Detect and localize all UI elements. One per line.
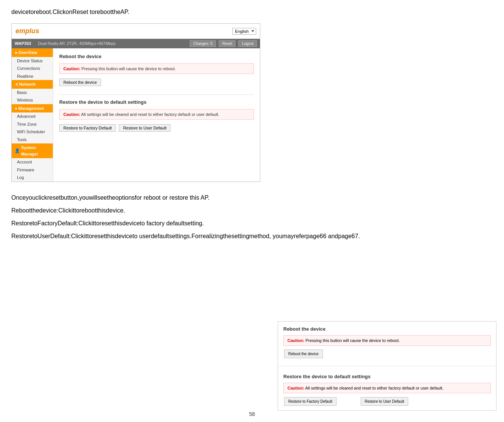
reboot-section-title: Reboot the device — [59, 53, 254, 60]
restore-buttons: Restore to Factory Default Restore to Us… — [59, 123, 254, 136]
sidebar-item-wifi-scheduler[interactable]: WiFi Scheduler — [12, 128, 53, 136]
bottom-screenshot: Reboot the device Caution: Pressing this… — [278, 321, 496, 411]
router-sidebar: ● OverView Device Status Connections Rea… — [12, 48, 53, 182]
restore-caution-label: Caution: — [63, 112, 80, 117]
sidebar-header-network[interactable]: ≺ Network — [12, 80, 53, 89]
body-para-1: Onceyouclickresetbutton,youwillseetheopt… — [11, 193, 493, 202]
section-divider-1 — [59, 94, 254, 95]
page-content: devicetoreboot.ClickonReset toreboottheA… — [0, 0, 504, 267]
bottom-reboot-title: Reboot the device — [283, 325, 491, 333]
sidebar-item-tools[interactable]: Tools — [12, 136, 53, 144]
network-icon: ≺ — [15, 81, 18, 88]
bottom-factory-btn[interactable]: Restore to Factory Default — [284, 397, 337, 406]
sidebar-header-management[interactable]: ● Management — [12, 104, 53, 113]
reset-btn[interactable]: Reset — [219, 40, 235, 47]
system-label: System Manager — [21, 145, 50, 157]
reboot-caution-label: Caution: — [63, 66, 80, 71]
bottom-restore-title: Restore the device to default settings — [283, 373, 491, 380]
page-number: 58 — [249, 410, 255, 418]
sidebar-item-account[interactable]: Account — [12, 158, 53, 166]
sidebar-item-timezone[interactable]: Time Zone — [12, 120, 53, 128]
bottom-divider — [278, 366, 496, 366]
bottom-reboot-caution-label: Caution: — [287, 338, 304, 343]
router-body: ● OverView Device Status Connections Rea… — [12, 48, 260, 182]
sidebar-header-overview[interactable]: ● OverView — [12, 48, 53, 57]
bottom-restore-buttons: Restore to Factory Default Restore to Us… — [283, 396, 491, 407]
router-ui-screenshot: emplus English WAP353 Dual Radio AP, 2T2… — [11, 23, 260, 182]
router-nav-bar: WAP353 Dual Radio AP, 2T2R, 400Mbps+867M… — [12, 39, 260, 48]
sidebar-item-device-status[interactable]: Device Status — [12, 57, 53, 65]
bottom-reboot-section: Reboot the device Caution: Pressing this… — [278, 322, 496, 363]
overview-label: OverView — [18, 49, 37, 56]
sidebar-item-realtime[interactable]: Realtime — [12, 72, 53, 80]
router-header-top: emplus English — [12, 24, 260, 39]
sidebar-item-basic[interactable]: Basic — [12, 89, 53, 97]
management-label: Management — [18, 105, 44, 112]
body-para-2: Rebootthedevice:Clickittorebootthisdevic… — [11, 206, 493, 215]
bottom-reboot-caution-text: Pressing this button will cause the devi… — [306, 338, 400, 343]
body-para-4: RestoretoUserDefault:Clickittoresetthisd… — [11, 232, 493, 241]
sidebar-item-log[interactable]: Log — [12, 174, 53, 182]
reboot-caution-box: Caution: Pressing this button will cause… — [59, 63, 254, 74]
sidebar-item-advanced[interactable]: Advanced — [12, 112, 53, 120]
router-logo: emplus — [15, 26, 39, 36]
sidebar-item-wireless[interactable]: Wireless — [12, 96, 53, 104]
factory-default-btn[interactable]: Restore to Factory Default — [59, 124, 116, 132]
system-icon: 👤 — [15, 148, 20, 154]
body-para-3: RestoretoFactoryDefault:Clickittoresetth… — [11, 219, 493, 228]
router-main: Reboot the device Caution: Pressing this… — [53, 48, 260, 182]
user-default-btn[interactable]: Restore to User Default — [119, 124, 171, 132]
sidebar-header-system-manager[interactable]: 👤 System Manager — [12, 143, 53, 158]
bottom-reboot-caution: Caution: Pressing this button will cause… — [283, 335, 491, 346]
device-model: WAP353 — [15, 40, 31, 47]
device-desc: Dual Radio AP, 2T2R, 400Mbps+867Mbps — [38, 40, 187, 47]
restore-caution-box: Caution: All settings will be cleared an… — [59, 109, 254, 120]
bottom-user-btn[interactable]: Restore to User Default — [361, 397, 409, 406]
reboot-device-btn[interactable]: Reboot the device — [59, 79, 101, 86]
intro-text: devicetoreboot.ClickonReset toreboottheA… — [11, 8, 493, 17]
restore-section-title: Restore the device to default settings — [59, 99, 254, 106]
restore-caution-text: All settings will be cleared and reset t… — [81, 112, 219, 117]
bottom-restore-caution-label: Caution: — [287, 386, 304, 390]
language-select[interactable]: English — [232, 28, 256, 35]
overview-dot: ● — [15, 49, 17, 56]
logout-btn[interactable]: Logout — [238, 40, 257, 47]
sidebar-item-firmware[interactable]: Firmware — [12, 166, 53, 174]
bottom-restore-caution-text: All settings will be cleared and reset t… — [305, 386, 443, 390]
bottom-restore-caution: Caution: All settings will be cleared an… — [283, 383, 491, 394]
bottom-restore-section: Restore the device to default settings C… — [278, 369, 496, 410]
management-dot: ● — [15, 105, 17, 112]
bottom-reboot-btn[interactable]: Reboot the device — [284, 350, 323, 358]
reboot-caution-text: Pressing this button will cause the devi… — [81, 66, 176, 71]
network-label: Network — [19, 81, 35, 88]
sidebar-item-connections[interactable]: Connections — [12, 65, 53, 72]
changes-btn[interactable]: Changes: 0 — [190, 40, 216, 47]
